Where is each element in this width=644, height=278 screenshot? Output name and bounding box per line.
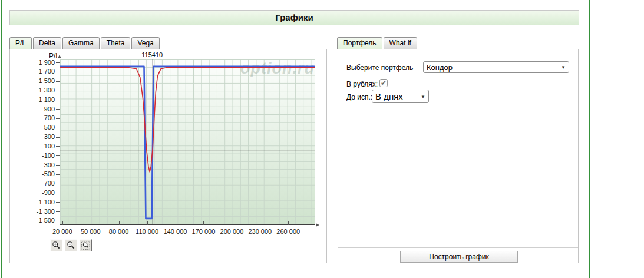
x-tick-mark xyxy=(260,221,260,225)
y-tick-mark xyxy=(56,174,60,175)
y-tick-mark xyxy=(56,137,60,138)
y-tick-mark xyxy=(56,155,60,156)
chevron-down-icon: ▼ xyxy=(421,94,425,99)
x-tick-mark xyxy=(232,221,232,225)
tab-delta[interactable]: Delta xyxy=(33,37,61,49)
y-tick-label: 700 xyxy=(10,114,55,121)
x-tick-label: 230 000 xyxy=(248,228,272,235)
y-tick-mark xyxy=(56,91,60,91)
y-tick-label: -500 xyxy=(10,170,55,177)
x-axis-arrow-icon xyxy=(316,223,319,227)
x-tick-mark xyxy=(91,221,91,225)
y-tick-label: -1 100 xyxy=(10,198,55,206)
y-tick-mark xyxy=(56,100,60,100)
x-tick-label: 80 000 xyxy=(109,228,129,235)
zoom-region-button[interactable] xyxy=(80,239,92,251)
y-tick-mark xyxy=(56,146,60,147)
tab-gamma[interactable]: Gamma xyxy=(62,37,100,49)
x-tick-mark xyxy=(62,221,63,225)
zoom-out-button[interactable] xyxy=(65,239,77,251)
portfolio-select-label: Выберите портфель xyxy=(346,64,413,72)
y-tick-mark xyxy=(56,62,60,63)
tab-vega[interactable]: Vega xyxy=(131,37,159,49)
y-tick-label: 300 xyxy=(10,133,55,140)
y-tick-label: 1 100 xyxy=(10,96,55,103)
y-tick-label: 1 300 xyxy=(10,87,55,94)
panel-separator xyxy=(338,247,578,248)
y-tick-mark xyxy=(56,81,60,82)
y-tick-label: 1 700 xyxy=(10,68,55,75)
x-tick-mark xyxy=(288,221,289,225)
x-tick-mark xyxy=(119,221,120,225)
y-tick-label: 500 xyxy=(10,124,55,131)
x-tick-label: 140 000 xyxy=(164,228,187,235)
y-tick-mark xyxy=(56,221,60,221)
x-tick-mark xyxy=(203,221,204,225)
pl-chart-series xyxy=(60,59,315,225)
zoom-in-button[interactable] xyxy=(50,239,62,251)
portfolio-panel: Выберите портфель Кондор ▼ В рублях: ✔ Д… xyxy=(338,49,579,263)
tab-theta[interactable]: Theta xyxy=(101,37,131,49)
right-green-border xyxy=(589,0,590,278)
chart-tabs: P/L Delta Gamma Theta Vega xyxy=(9,37,161,49)
magnifier-minus-icon xyxy=(67,241,75,250)
y-tick-mark xyxy=(56,118,60,119)
days-select[interactable]: В днях ▼ xyxy=(372,90,429,103)
x-tick-label: 20 000 xyxy=(52,228,72,235)
magnifier-region-icon xyxy=(81,241,90,250)
y-tick-label: -300 xyxy=(10,161,55,168)
x-tick-label: 170 000 xyxy=(192,228,216,235)
x-tick-label: 50 000 xyxy=(81,228,101,235)
y-tick-label: 1 500 xyxy=(10,77,55,84)
portfolio-select[interactable]: Кондор ▼ xyxy=(423,61,569,73)
y-tick-mark xyxy=(56,128,60,128)
marker-price-label: 115410 xyxy=(141,51,163,58)
y-tick-mark xyxy=(56,165,60,166)
x-tick-label: 260 000 xyxy=(276,228,300,235)
y-tick-label: -100 xyxy=(10,152,55,159)
rubles-checkbox[interactable]: ✔ xyxy=(379,79,388,87)
y-tick-label: -1 500 xyxy=(10,217,55,224)
left-green-border xyxy=(1,0,2,278)
build-chart-button[interactable]: Построить график xyxy=(400,251,518,263)
tab-what-if[interactable]: What if xyxy=(384,37,417,49)
tab-pl[interactable]: P/L xyxy=(9,37,32,49)
y-tick-label: 900 xyxy=(10,105,55,112)
pl-chart-plot[interactable]: option.ru xyxy=(60,59,315,225)
chevron-down-icon: ▼ xyxy=(561,65,566,70)
x-tick-label: 200 000 xyxy=(220,228,244,235)
y-tick-label: -700 xyxy=(10,180,55,187)
check-icon: ✔ xyxy=(381,79,387,87)
page-title: Графики xyxy=(9,10,579,25)
y-tick-label: 100 xyxy=(10,143,55,150)
y-tick-mark xyxy=(56,109,60,110)
x-tick-mark xyxy=(147,221,148,225)
magnifier-plus-icon xyxy=(52,241,61,250)
y-tick-mark xyxy=(56,211,60,212)
portfolio-select-value: Кондор xyxy=(427,63,453,72)
days-label: До исп.: xyxy=(346,93,372,101)
y-axis-arrow-icon xyxy=(58,55,61,58)
y-tick-mark xyxy=(56,184,60,184)
y-tick-mark xyxy=(56,202,60,203)
y-tick-label: -1 300 xyxy=(10,208,55,215)
portfolio-tabs: Портфель What if xyxy=(337,37,418,49)
days-select-value: В днях xyxy=(375,91,403,101)
y-tick-mark xyxy=(56,193,60,193)
rubles-label: В рублях: xyxy=(346,80,378,88)
x-tick-mark xyxy=(176,221,176,225)
page: Графики P/L Delta Gamma Theta Vega P/L 1… xyxy=(0,0,644,278)
chart-panel: P/L 115410 option.ru 1 9001 7001 5001 30… xyxy=(9,49,327,263)
tab-portfolio[interactable]: Портфель xyxy=(337,37,382,49)
y-tick-label: -900 xyxy=(10,189,55,196)
x-tick-label: 110 000 xyxy=(136,228,158,235)
zoom-toolbar xyxy=(50,239,92,251)
y-tick-mark xyxy=(56,72,60,72)
y-tick-label: 1 900 xyxy=(10,59,55,66)
